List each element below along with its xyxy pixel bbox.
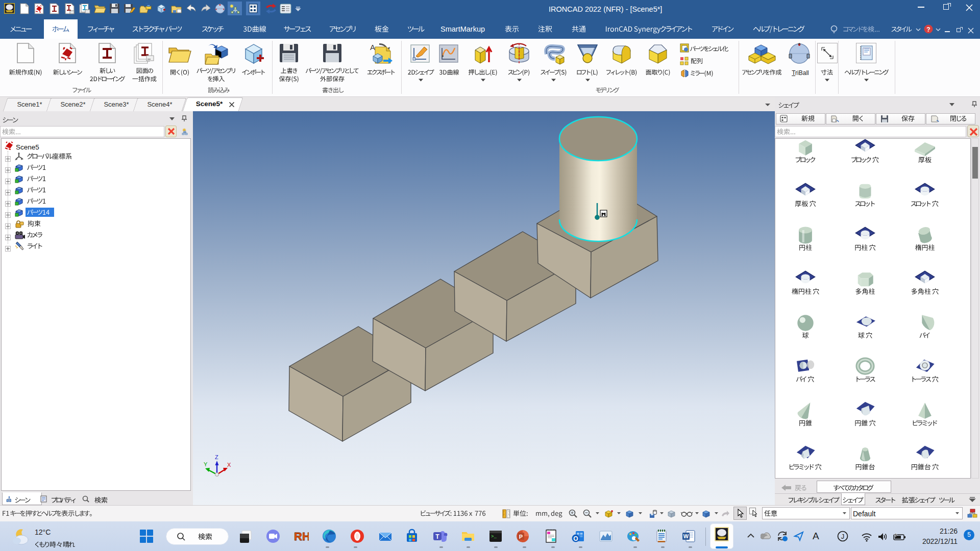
svg-text:Y: Y xyxy=(204,461,208,467)
svg-text:?: ? xyxy=(926,26,930,33)
svg-text:O: O xyxy=(573,535,578,542)
svg-text:A: A xyxy=(370,43,375,52)
svg-text:RH: RH xyxy=(294,530,309,543)
svg-text:J: J xyxy=(841,533,845,540)
svg-text:P: P xyxy=(519,534,523,540)
svg-text:Z: Z xyxy=(215,454,218,460)
svg-text:X: X xyxy=(227,462,231,468)
svg-text:W: W xyxy=(683,533,689,539)
svg-text:>_: >_ xyxy=(491,534,497,539)
svg-text:T: T xyxy=(435,533,439,540)
